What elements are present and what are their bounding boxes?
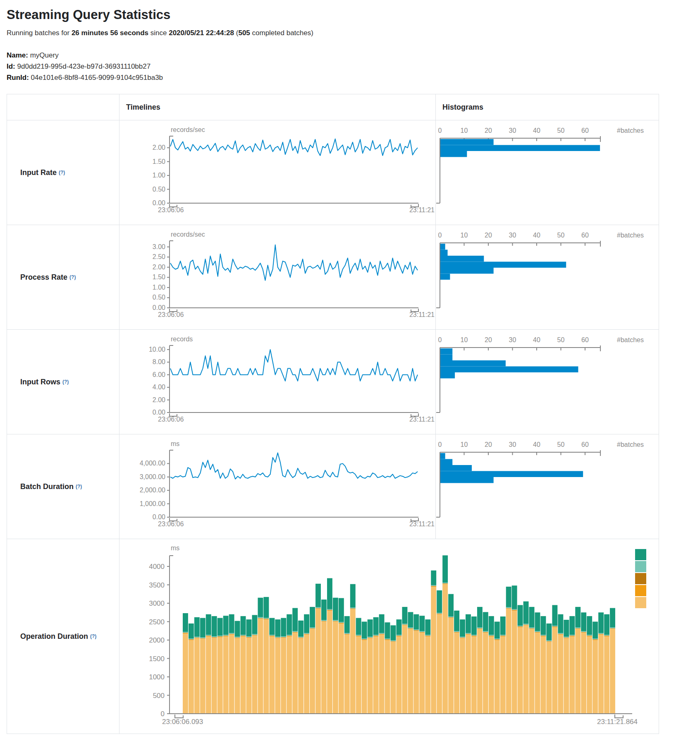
input-rate-help-icon[interactable]: (?) bbox=[59, 170, 65, 175]
svg-text:30: 30 bbox=[509, 232, 516, 239]
summary-batch-count: 505 bbox=[238, 29, 250, 37]
svg-text:60: 60 bbox=[581, 441, 589, 448]
input-rate-label: Input Rate bbox=[20, 168, 57, 177]
query-meta: Name: myQuery Id: 9d0dd219-995d-423e-b97… bbox=[7, 50, 700, 83]
batch-duration-timeline-chart: ms0.001,000.002,000.003,000.004,000.0023… bbox=[119, 434, 435, 539]
svg-text:10: 10 bbox=[461, 441, 468, 448]
query-id-label: Id: bbox=[7, 62, 15, 70]
input-rows-help-icon[interactable]: (?) bbox=[62, 379, 69, 385]
svg-text:0.00: 0.00 bbox=[153, 304, 165, 311]
svg-text:50: 50 bbox=[557, 232, 565, 239]
operation-duration-help-icon[interactable]: (?) bbox=[90, 633, 96, 639]
svg-text:23:11:21: 23:11:21 bbox=[409, 416, 435, 423]
svg-text:1.50: 1.50 bbox=[153, 158, 165, 165]
svg-text:2.50: 2.50 bbox=[153, 253, 165, 260]
statistics-table: Timelines Histograms Input Rate(?) recor… bbox=[7, 94, 659, 734]
svg-text:1,000.00: 1,000.00 bbox=[140, 500, 165, 507]
svg-text:0.50: 0.50 bbox=[153, 294, 165, 301]
svg-text:#batches: #batches bbox=[617, 336, 644, 343]
legend-swatch-1 bbox=[635, 561, 646, 572]
row-label-process-rate: Process Rate(?) bbox=[7, 225, 119, 330]
running-batches-summary: Running batches for 26 minutes 56 second… bbox=[7, 29, 700, 37]
svg-text:records/sec: records/sec bbox=[171, 231, 205, 238]
svg-text:20: 20 bbox=[485, 336, 492, 343]
input-rate-timeline-chart: records/sec0.000.501.001.502.0023:06:062… bbox=[119, 120, 435, 225]
row-label-input-rows: Input Rows(?) bbox=[7, 330, 119, 434]
svg-text:23:06:06: 23:06:06 bbox=[158, 416, 184, 423]
query-name-line: Name: myQuery bbox=[7, 50, 700, 61]
svg-text:60: 60 bbox=[581, 336, 589, 343]
batch-duration-help-icon[interactable]: (?) bbox=[76, 484, 82, 489]
svg-text:23:11:21: 23:11:21 bbox=[409, 206, 435, 213]
svg-text:records: records bbox=[171, 336, 193, 343]
summary-suffix: completed batches) bbox=[250, 29, 313, 37]
legend-swatch-4 bbox=[635, 597, 646, 608]
svg-text:4,000.00: 4,000.00 bbox=[140, 460, 165, 467]
input-rows-timeline-chart: records0.002.004.006.008.0010.0023:06:06… bbox=[119, 330, 435, 434]
svg-text:23:11:21: 23:11:21 bbox=[409, 520, 435, 528]
svg-text:3500: 3500 bbox=[149, 581, 165, 589]
svg-text:0: 0 bbox=[438, 441, 442, 448]
svg-text:0.00: 0.00 bbox=[153, 513, 165, 520]
input-rows-label: Input Rows bbox=[20, 378, 60, 386]
query-runid-line: RunId: 04e101e6-8bf8-4165-9099-9104c951b… bbox=[7, 72, 700, 83]
process-rate-label: Process Rate bbox=[20, 273, 67, 282]
input-rate-histogram-chart: 0102030405060#batches bbox=[435, 120, 659, 225]
metric-column-header bbox=[7, 94, 119, 120]
svg-text:ms: ms bbox=[171, 440, 179, 447]
operation-duration-legend bbox=[635, 549, 646, 609]
svg-text:2.00: 2.00 bbox=[153, 396, 165, 403]
svg-text:0.50: 0.50 bbox=[153, 186, 165, 193]
svg-text:2.00: 2.00 bbox=[153, 144, 165, 151]
svg-text:#batches: #batches bbox=[617, 127, 644, 134]
row-label-operation-duration: Operation Duration(?) bbox=[7, 539, 119, 734]
query-id-line: Id: 9d0dd219-995d-423e-b97d-36931110bb27 bbox=[7, 61, 700, 72]
svg-text:1000: 1000 bbox=[149, 673, 165, 681]
svg-text:3.00: 3.00 bbox=[153, 243, 165, 250]
svg-text:40: 40 bbox=[533, 232, 540, 239]
svg-text:23:11:21.864: 23:11:21.864 bbox=[597, 718, 638, 726]
svg-text:23:06:06.093: 23:06:06.093 bbox=[162, 718, 203, 726]
svg-text:500: 500 bbox=[153, 692, 165, 700]
svg-text:records/sec: records/sec bbox=[171, 126, 205, 133]
streaming-query-statistics-page: Streaming Query Statistics Running batch… bbox=[0, 7, 700, 734]
batch-duration-label: Batch Duration bbox=[20, 482, 74, 491]
query-id-value: 9d0dd219-995d-423e-b97d-36931110bb27 bbox=[17, 62, 151, 70]
svg-text:20: 20 bbox=[485, 232, 492, 239]
legend-swatch-0 bbox=[635, 549, 646, 560]
svg-text:23:06:06: 23:06:06 bbox=[158, 520, 184, 528]
summary-open-paren: ( bbox=[234, 29, 238, 37]
svg-text:2.00: 2.00 bbox=[153, 264, 165, 271]
legend-swatch-2 bbox=[635, 573, 646, 584]
svg-text:0: 0 bbox=[438, 232, 442, 239]
operation-duration-stacked-chart: ms0500100015002000250030003500400023:06:… bbox=[119, 539, 659, 734]
svg-text:ms: ms bbox=[171, 544, 179, 552]
svg-text:0: 0 bbox=[438, 336, 442, 343]
legend-swatch-3 bbox=[635, 585, 646, 596]
svg-text:8.00: 8.00 bbox=[153, 358, 165, 365]
svg-text:23:06:06: 23:06:06 bbox=[158, 206, 184, 213]
svg-text:2,000.00: 2,000.00 bbox=[140, 487, 165, 494]
svg-text:10.00: 10.00 bbox=[149, 346, 165, 353]
row-label-batch-duration: Batch Duration(?) bbox=[7, 434, 119, 539]
svg-text:40: 40 bbox=[533, 127, 540, 134]
svg-text:40: 40 bbox=[533, 441, 540, 448]
summary-duration: 26 minutes 56 seconds bbox=[72, 29, 148, 37]
svg-text:60: 60 bbox=[581, 127, 589, 134]
svg-text:1.00: 1.00 bbox=[153, 284, 165, 291]
batch-duration-histogram-chart: 0102030405060#batches bbox=[435, 434, 659, 539]
svg-text:0.00: 0.00 bbox=[153, 199, 165, 206]
svg-text:10: 10 bbox=[461, 336, 468, 343]
svg-text:1.00: 1.00 bbox=[153, 172, 165, 179]
svg-text:20: 20 bbox=[485, 441, 492, 448]
svg-text:60: 60 bbox=[581, 232, 589, 239]
svg-text:50: 50 bbox=[557, 441, 565, 448]
svg-text:10: 10 bbox=[461, 232, 468, 239]
operation-duration-label: Operation Duration bbox=[20, 632, 88, 641]
process-rate-help-icon[interactable]: (?) bbox=[69, 274, 76, 280]
svg-text:30: 30 bbox=[509, 127, 516, 134]
svg-text:50: 50 bbox=[557, 127, 565, 134]
process-rate-histogram-chart: 0102030405060#batches bbox=[435, 225, 659, 330]
summary-prefix: Running batches for bbox=[7, 29, 72, 37]
svg-text:3000: 3000 bbox=[149, 600, 165, 607]
